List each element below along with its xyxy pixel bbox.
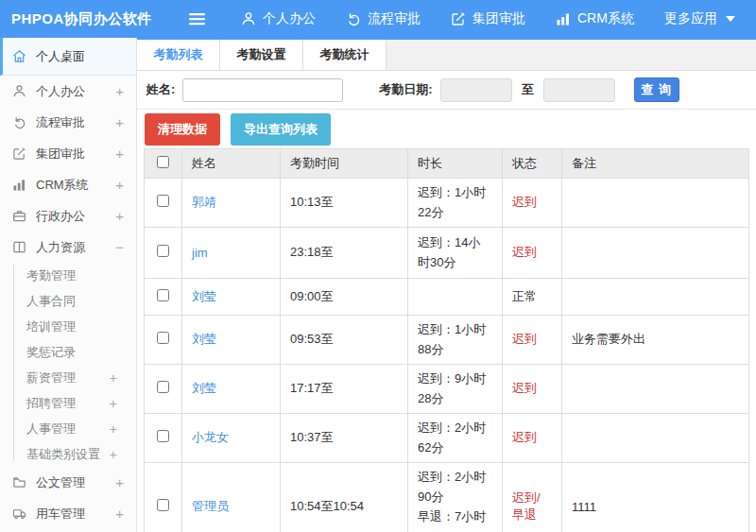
remark-text: 业务需要外出 [562, 315, 749, 364]
expand-plus-icon[interactable]: + [115, 146, 124, 162]
employee-name-link[interactable]: 小龙女 [192, 430, 229, 444]
table-header-row: 姓名 考勤时间 时长 状态 备注 [145, 149, 749, 179]
date-to-input[interactable] [543, 78, 615, 102]
expand-plus-icon[interactable]: + [115, 114, 124, 130]
tab-attendance-stats[interactable]: 考勤统计 [303, 40, 387, 70]
employee-name-link[interactable]: 刘莹 [192, 332, 216, 346]
row-checkbox[interactable] [157, 332, 169, 344]
expand-plus-icon[interactable]: + [110, 421, 117, 437]
sidebar-item-personal-desktop[interactable]: 个人桌面 [0, 38, 136, 76]
employee-name-link[interactable]: 郭靖 [192, 195, 216, 209]
date-from-input[interactable] [440, 78, 512, 102]
col-header-name: 姓名 [182, 149, 281, 179]
expand-plus-icon[interactable]: + [115, 208, 124, 224]
attendance-time: 10:13至 [281, 179, 408, 228]
sidebar-item-crm-system[interactable]: CRM系统 + [0, 169, 136, 200]
duration-text [408, 278, 503, 315]
row-checkbox[interactable] [157, 245, 169, 257]
sidebar-item-base-category-settings[interactable]: 基础类别设置 + [0, 441, 136, 467]
col-header-remark: 备注 [562, 149, 749, 179]
row-checkbox[interactable] [157, 430, 169, 442]
nav-personal-office[interactable]: 个人办公 [241, 10, 316, 27]
status-text: 迟到/早退 [512, 490, 541, 522]
row-checkbox[interactable] [157, 381, 169, 393]
folder-icon [11, 474, 27, 490]
sidebar-item-personal-office[interactable]: 个人办公 + [0, 76, 136, 107]
table-row: 小龙女 10:37至 迟到：2小时62分 迟到 [145, 413, 749, 462]
name-filter-input[interactable] [182, 78, 343, 102]
sidebar-item-recruit-mgmt[interactable]: 招聘管理 + [0, 390, 136, 416]
person-icon [241, 11, 256, 26]
nav-workflow-approval[interactable]: 流程审批 [346, 10, 421, 27]
employee-name-link[interactable]: 刘莹 [192, 381, 216, 395]
collapse-minus-icon[interactable]: − [115, 239, 124, 255]
home-icon [11, 48, 27, 64]
nav-label: 更多应用 [664, 10, 717, 27]
status-text: 迟到 [512, 430, 537, 444]
sidebar-item-attendance-mgmt[interactable]: 考勤管理 [0, 263, 136, 288]
sidebar-item-vehicle-mgmt[interactable]: 用车管理 + [0, 498, 136, 529]
nav-label: 集团审批 [472, 10, 525, 27]
edit-icon [451, 11, 466, 26]
top-header: PHPOA协同办公软件 个人办公 流程审批 集团审批 [0, 0, 756, 38]
employee-name-link[interactable]: 刘莹 [192, 289, 216, 303]
sidebar-item-admin-office[interactable]: 行政办公 + [0, 200, 136, 232]
table-row: 刘莹 09:53至 迟到：1小时88分 迟到 业务需要外出 [145, 315, 749, 364]
nav-crm-system[interactable]: CRM系统 [556, 10, 634, 27]
expand-plus-icon[interactable]: + [110, 396, 117, 411]
sidebar-item-personnel-mgmt[interactable]: 人事管理 + [0, 416, 136, 441]
duration-text: 迟到：14小时30分 [408, 227, 503, 278]
row-checkbox[interactable] [157, 195, 169, 207]
duration-text: 迟到：2小时90分 早退：7小时10分 [408, 462, 503, 532]
attendance-time: 17:17至 [281, 364, 408, 413]
expand-plus-icon[interactable]: + [110, 447, 117, 462]
clean-data-button[interactable]: 清理数据 [145, 113, 220, 146]
app-logo: PHPOA协同办公软件 [11, 10, 189, 28]
expand-plus-icon[interactable]: + [115, 177, 124, 193]
status-text: 迟到 [512, 381, 537, 395]
sidebar-item-group-approval[interactable]: 集团审批 + [0, 138, 136, 169]
sidebar-item-document-mgmt[interactable]: 公文管理 + [0, 467, 136, 498]
expand-plus-icon[interactable]: + [115, 83, 124, 99]
menu-toggle-icon[interactable] [189, 12, 205, 26]
nav-group-approval[interactable]: 集团审批 [451, 10, 525, 27]
chevron-down-icon [726, 16, 735, 22]
query-button[interactable]: 查 询 [634, 77, 679, 102]
nav-label: CRM系统 [577, 10, 634, 27]
sidebar-item-human-resources[interactable]: 人力资源 − [0, 232, 136, 263]
expand-plus-icon[interactable]: + [115, 474, 124, 490]
table-row: 郭靖 10:13至 迟到：1小时22分 迟到 [145, 179, 749, 228]
employee-name-link[interactable]: 管理员 [192, 499, 229, 513]
expand-plus-icon[interactable]: + [110, 370, 117, 386]
attendance-time: 23:18至 [281, 227, 408, 278]
export-query-list-button[interactable]: 导出查询列表 [231, 113, 331, 146]
col-header-duration: 时长 [408, 149, 503, 179]
sidebar-item-reward-punish[interactable]: 奖惩记录 [0, 339, 136, 365]
sidebar-item-training-mgmt[interactable]: 培训管理 [0, 314, 136, 339]
nav-more-apps[interactable]: 更多应用 [664, 10, 735, 27]
col-header-time: 考勤时间 [281, 149, 408, 179]
select-all-checkbox[interactable] [157, 156, 169, 168]
book-icon [11, 239, 27, 255]
tab-attendance-settings[interactable]: 考勤设置 [220, 40, 303, 70]
expand-plus-icon[interactable]: + [115, 506, 124, 522]
sidebar-item-label: 人事管理 [26, 420, 110, 438]
status-text: 迟到 [512, 332, 537, 346]
duration-text: 迟到：1小时22分 [408, 179, 503, 228]
sidebar-item-hr-contracts[interactable]: 人事合同 [0, 288, 136, 314]
sidebar-item-label: 奖惩记录 [26, 344, 117, 361]
table-row: 刘莹 09:00至 正常 [145, 278, 749, 315]
tab-attendance-list[interactable]: 考勤列表 [137, 40, 220, 70]
row-checkbox[interactable] [157, 499, 169, 511]
sidebar-item-salary-mgmt[interactable]: 薪资管理 + [0, 365, 136, 390]
bar-chart-icon [556, 11, 571, 26]
sidebar-item-workflow-approval[interactable]: 流程审批 + [0, 107, 136, 138]
sidebar-item-label: 招聘管理 [26, 395, 110, 412]
undo-arrow-icon [346, 11, 361, 26]
row-checkbox[interactable] [157, 289, 169, 301]
top-nav: 个人办公 流程审批 集团审批 CRM系统 更多应用 [241, 10, 735, 27]
sidebar-item-label: 考勤管理 [26, 267, 117, 284]
status-text: 迟到 [512, 245, 537, 259]
employee-name-link[interactable]: jim [192, 246, 208, 260]
attendance-time: 10:37至 [281, 413, 408, 462]
